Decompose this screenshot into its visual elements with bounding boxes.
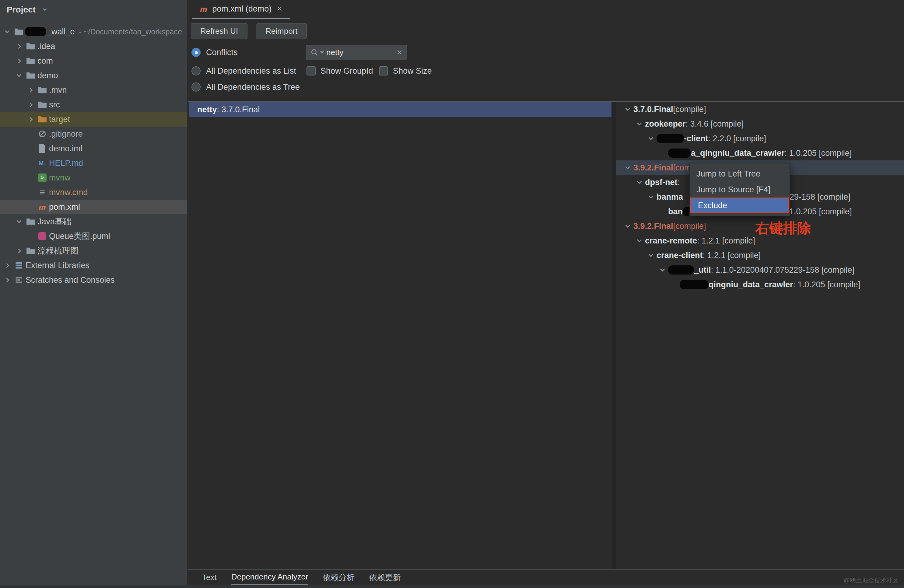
folder-icon bbox=[36, 97, 48, 112]
refresh-ui-button[interactable]: Refresh UI bbox=[191, 23, 247, 39]
chevron-spacer bbox=[25, 141, 36, 156]
watermark: @稀土掘金技术社区 bbox=[844, 577, 899, 585]
project-tree: _wall_e - ~/Documents/fan_workspace .ide… bbox=[0, 24, 187, 287]
show-size-row: Show Size bbox=[379, 63, 432, 79]
chevron-down-icon[interactable] bbox=[634, 175, 645, 190]
ide-window: Project _wall_e - ~/Documents/fan_worksp… bbox=[0, 0, 904, 588]
tree-item-scratches[interactable]: Scratches and Consoles bbox=[0, 273, 187, 287]
chevron-down-icon[interactable] bbox=[39, 2, 51, 17]
folder-icon bbox=[25, 214, 37, 229]
tree-item-mvn[interactable]: .mvn bbox=[0, 83, 187, 97]
tree-item-demo-iml[interactable]: demo.iml bbox=[0, 141, 187, 156]
redaction-blob bbox=[680, 280, 709, 289]
chevron-spacer bbox=[25, 229, 36, 243]
shell-script-icon: > bbox=[36, 171, 48, 185]
editor-tab-label: pom.xml (demo) bbox=[212, 4, 272, 14]
dep-node-crane-client[interactable]: crane-client : 1.2.1 [compile] bbox=[616, 248, 904, 262]
tree-item-pom-xml[interactable]: m pom.xml bbox=[0, 200, 187, 214]
tree-item-idea[interactable]: .idea bbox=[0, 39, 187, 54]
tree-item-demo[interactable]: demo bbox=[0, 68, 187, 83]
project-root-name: _wall_e bbox=[47, 27, 75, 36]
tree-item-target[interactable]: target bbox=[0, 112, 187, 126]
chevron-down-icon[interactable] bbox=[645, 131, 657, 146]
ignored-file-icon bbox=[36, 126, 48, 141]
chevron-spacer bbox=[25, 156, 36, 171]
chevron-right-icon[interactable] bbox=[13, 243, 25, 258]
tree-item-help-md[interactable]: M↓ HELP.md bbox=[0, 156, 187, 171]
conflict-list-selected-item[interactable]: netty : 3.7.0.Final bbox=[189, 102, 612, 117]
chevron-right-icon[interactable] bbox=[13, 39, 25, 54]
show-groupid-row: Show GroupId bbox=[307, 63, 373, 79]
file-icon bbox=[36, 141, 48, 156]
chevron-down-icon[interactable] bbox=[657, 262, 668, 277]
menu-item-exclude[interactable]: Exclude bbox=[691, 198, 788, 212]
chevron-down-icon[interactable] bbox=[13, 214, 25, 229]
context-menu: Jump to Left Tree Jump to Source [F4] Ex… bbox=[689, 163, 790, 216]
chevron-right-icon[interactable] bbox=[1, 273, 13, 287]
chevron-right-icon[interactable] bbox=[13, 54, 25, 68]
chevron-right-icon[interactable] bbox=[25, 97, 36, 112]
tree-item-java-basic[interactable]: Java基础 bbox=[0, 214, 187, 229]
tree-item-gitignore[interactable]: .gitignore bbox=[0, 126, 187, 141]
menu-item-jump-to-source[interactable]: Jump to Source [F4] bbox=[690, 182, 790, 198]
tree-item-mvnw-cmd[interactable]: ≡ mvnw.cmd bbox=[0, 185, 187, 200]
chevron-right-icon[interactable] bbox=[25, 83, 36, 97]
chevron-down-icon[interactable] bbox=[1, 24, 13, 39]
clear-search-icon[interactable]: ✕ bbox=[397, 48, 402, 57]
chevron-down-icon[interactable] bbox=[13, 68, 25, 83]
close-tab-icon[interactable]: ✕ bbox=[277, 5, 283, 13]
all-dependencies-list-radio[interactable] bbox=[191, 66, 201, 76]
chevron-down-icon[interactable] bbox=[634, 234, 645, 248]
conflicts-radio[interactable] bbox=[191, 48, 201, 57]
dep-node-util[interactable]: _util : 1.1.0-20200407.075229-158 [compi… bbox=[616, 262, 904, 277]
search-history-caret-icon[interactable] bbox=[320, 51, 324, 54]
status-bar bbox=[0, 585, 904, 588]
tab-dep-update[interactable]: 依赖更新 bbox=[369, 570, 401, 585]
chevron-down-icon[interactable] bbox=[622, 102, 634, 117]
folder-icon bbox=[25, 54, 37, 68]
show-size-checkbox[interactable] bbox=[379, 66, 388, 76]
chevron-spacer bbox=[657, 204, 668, 219]
chevron-down-icon[interactable] bbox=[645, 190, 657, 204]
dep-node-client[interactable]: -client : 2.2.0 [compile] bbox=[616, 131, 904, 146]
show-groupid-checkbox[interactable] bbox=[307, 66, 316, 76]
conflicts-radio-label: Conflicts bbox=[206, 48, 238, 57]
maven-icon: m bbox=[36, 200, 48, 214]
search-input[interactable] bbox=[326, 48, 394, 57]
tab-text[interactable]: Text bbox=[202, 570, 217, 585]
tree-item-project-root[interactable]: _wall_e - ~/Documents/fan_workspace bbox=[0, 24, 187, 39]
project-root-icon bbox=[13, 24, 25, 39]
conflicts-radio-row: Conflicts bbox=[191, 45, 238, 60]
tree-item-queue-puml[interactable]: Queue类图.puml bbox=[0, 229, 187, 243]
chevron-down-icon[interactable] bbox=[622, 219, 634, 234]
chevron-right-icon[interactable] bbox=[1, 258, 13, 273]
show-size-label: Show Size bbox=[393, 66, 432, 76]
libraries-icon bbox=[13, 258, 25, 273]
chevron-down-icon[interactable] bbox=[622, 160, 634, 175]
all-dependencies-tree-radio[interactable] bbox=[191, 82, 201, 92]
menu-item-jump-to-left-tree[interactable]: Jump to Left Tree bbox=[690, 166, 790, 182]
panel-splitter[interactable] bbox=[612, 102, 616, 569]
editor-tab-pom-xml[interactable]: m pom.xml (demo) ✕ bbox=[192, 0, 290, 19]
dep-node-qingniu-crawler[interactable]: qingniu_data_crawler : 1.0.205 [compile] bbox=[616, 277, 904, 292]
tab-dep-analysis[interactable]: 依赖分析 bbox=[323, 570, 355, 585]
chevron-down-icon[interactable] bbox=[634, 117, 645, 131]
dep-node-zookeeper[interactable]: zookeeper : 3.4.6 [compile] bbox=[616, 117, 904, 131]
tree-item-com[interactable]: com bbox=[0, 54, 187, 68]
scratches-icon bbox=[13, 273, 25, 287]
markdown-icon: M↓ bbox=[36, 156, 48, 171]
project-panel-header[interactable]: Project bbox=[0, 0, 187, 19]
project-panel: Project _wall_e - ~/Documents/fan_worksp… bbox=[0, 0, 188, 585]
reimport-button[interactable]: Reimport bbox=[256, 23, 307, 39]
tab-dependency-analyzer[interactable]: Dependency Analyzer bbox=[231, 570, 308, 585]
tree-item-flow-chart[interactable]: 流程梳理图 bbox=[0, 243, 187, 258]
dep-node-3-7-0[interactable]: 3.7.0.Final [compile] bbox=[616, 102, 904, 117]
tree-item-src[interactable]: src bbox=[0, 97, 187, 112]
text-file-icon: ≡ bbox=[36, 185, 48, 200]
chevron-down-icon[interactable] bbox=[645, 248, 657, 262]
tree-item-external-libraries[interactable]: External Libraries bbox=[0, 258, 187, 273]
search-field[interactable]: ✕ bbox=[306, 45, 407, 60]
tree-item-mvnw[interactable]: > mvnw bbox=[0, 171, 187, 185]
dep-node-data-crawler[interactable]: a_qingniu_data_crawler : 1.0.205 [compil… bbox=[616, 146, 904, 160]
chevron-right-icon[interactable] bbox=[25, 112, 36, 126]
